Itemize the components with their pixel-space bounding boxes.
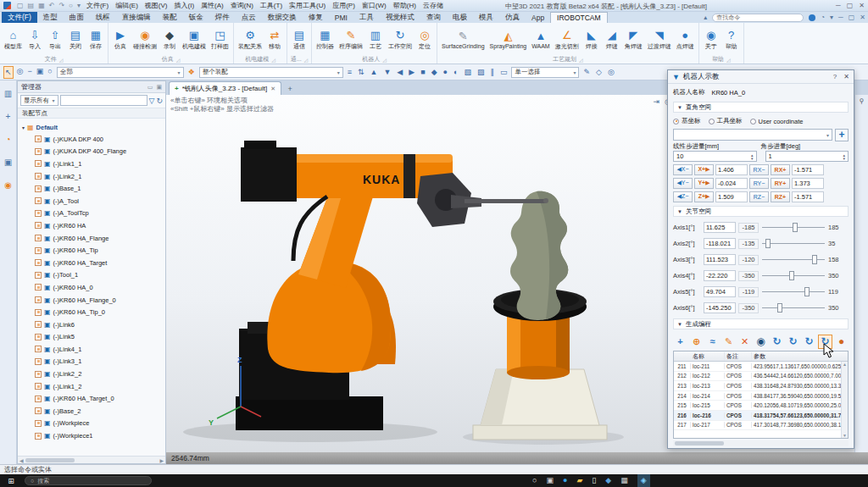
frame-select-icon[interactable]: ▣ <box>36 66 45 79</box>
btn-program-edit[interactable]: ✎程序编辑 <box>337 28 364 52</box>
quick-access-icon[interactable]: ↶ <box>49 2 55 9</box>
visibility-checkbox-icon[interactable] <box>35 296 42 303</box>
taskbar-search-icon[interactable]: ○ <box>532 474 537 487</box>
btn-simulate[interactable]: ▶仿真 <box>111 28 130 52</box>
restore-icon[interactable]: ▢ <box>847 2 854 9</box>
btn-waam[interactable]: ▲WAAM <box>530 29 552 50</box>
delete-point-icon[interactable]: ✕ <box>737 335 752 349</box>
btn-surface-grinding[interactable]: ✎SurfaceGrinding <box>440 29 487 50</box>
tab-sheet-metal[interactable]: 钣金 <box>183 12 209 23</box>
tree-root-default[interactable]: ▾ ▦ Default <box>22 121 165 133</box>
tree-item-link5[interactable]: ▣ (-)Link5 <box>22 331 165 344</box>
tree-item-kuka-dkp-400[interactable]: ▣ (-)KUKA DKP 400 <box>22 133 165 146</box>
view-manager-icon[interactable]: ▣ <box>4 158 12 167</box>
radio-base-coord[interactable]: 基坐标 <box>673 117 701 125</box>
minimize-icon[interactable]: ─ <box>838 14 843 21</box>
close-icon[interactable]: ✕ <box>860 14 865 21</box>
pick-mode-dropdown[interactable]: 单一选择▾ <box>511 67 579 78</box>
quick-access-icon[interactable]: ↷ <box>58 2 64 9</box>
quickbar-icon[interactable]: ▧ <box>463 67 472 78</box>
visibility-checkbox-icon[interactable] <box>35 148 42 155</box>
quickbar-icon[interactable]: ⇅ <box>357 67 365 78</box>
menu-app[interactable]: 应用(P) <box>332 1 355 10</box>
menu-attributes[interactable]: 属性(A) <box>201 1 224 10</box>
visibility-checkbox-icon[interactable] <box>35 210 42 217</box>
panel-dock-icon[interactable]: ▣ <box>156 84 162 91</box>
zw3d-app-icon[interactable]: ◈ <box>637 474 650 487</box>
section-joint[interactable]: ▼ 关节空间 <box>673 206 849 217</box>
visibility-checkbox-icon[interactable] <box>35 185 42 192</box>
btn-mechatronics[interactable]: ▣机电建模 <box>181 28 208 52</box>
visibility-checkbox-icon[interactable] <box>35 160 42 167</box>
slider-knob[interactable] <box>793 223 798 232</box>
jog-minus-button[interactable]: ◀X− <box>673 164 693 175</box>
btn-locate[interactable]: ◎定位 <box>415 28 434 52</box>
visibility-checkbox-icon[interactable] <box>35 247 42 254</box>
tab-assembly[interactable]: 装配 <box>157 12 183 23</box>
btn-laser-cut[interactable]: ∠激光切割 <box>554 28 581 52</box>
joint-value-input[interactable]: 111.523 <box>704 254 736 265</box>
avatar[interactable] <box>809 14 815 21</box>
tree-item-kr60-ha-target[interactable]: ▣ (-)KR60 HA_Target <box>22 257 165 269</box>
rot-value-input[interactable]: -1.571 <box>792 164 824 175</box>
tree-item-base-1[interactable]: ▣ (-)Base_1 <box>22 182 165 195</box>
btn-welding[interactable]: ◣焊接 <box>582 28 601 52</box>
joint-value-input[interactable]: -118.021 <box>704 238 736 249</box>
quick-access-icon[interactable]: ▦ <box>38 2 45 9</box>
tree-item-kuka-dkp-400-flange[interactable]: ▣ (-)KUKA DKP 400_Flange <box>22 146 165 158</box>
quick-add-icon[interactable]: + <box>6 112 11 121</box>
btn-weld-seam[interactable]: ◢焊缝 <box>603 28 621 52</box>
quickbar-icon[interactable]: ■ <box>420 67 426 78</box>
tree-item-link1-2[interactable]: ▣ (-)Link1_2 <box>22 380 165 393</box>
col-params[interactable]: 参数 <box>752 352 848 361</box>
quickbar-icon[interactable]: ◐ <box>453 67 459 78</box>
path-icon[interactable]: ≈ <box>705 335 720 349</box>
tree-item-workpiece1[interactable]: ▣ (-)Workpiece1 <box>22 429 165 442</box>
btn-layout-map[interactable]: ◳打样图 <box>209 28 231 52</box>
visibility-checkbox-icon[interactable] <box>35 222 42 229</box>
tree-item-link6[interactable]: ▣ (-)Link6 <box>22 318 165 331</box>
section-teach[interactable]: ▼ 生成编程 <box>673 318 849 329</box>
scope-dropdown[interactable]: 整个装配▾ <box>199 67 343 78</box>
panel-h-scrollbar[interactable] <box>673 440 849 446</box>
tab-irobotcam[interactable]: IROBOTCAM <box>550 12 607 23</box>
dialog-launcher-icon[interactable]: ◿ <box>726 57 731 63</box>
manager-toggle-icon[interactable]: ▥ <box>4 89 12 98</box>
slider-knob[interactable] <box>804 287 810 296</box>
loop-forward-icon[interactable]: ↻ <box>770 335 784 349</box>
tab-inquire[interactable]: 查询 <box>420 12 447 23</box>
path-edit-icon[interactable]: ✎ <box>721 335 736 349</box>
tree-item-workpiece[interactable]: ▣ (-)Workpiece <box>22 418 165 430</box>
table-row[interactable]: 214 loc-214 CPOS 438.84177,36.59040,650.… <box>674 391 848 401</box>
btn-process[interactable]: ▥工艺 <box>366 28 385 52</box>
quickbar-icon[interactable]: ▲ <box>370 67 379 78</box>
minimize-icon[interactable]: ─ <box>836 2 841 9</box>
col-name[interactable]: 名称 <box>691 352 725 361</box>
filter-funnel-icon[interactable]: ▽ <box>149 97 155 105</box>
tab-electrode[interactable]: 电极 <box>447 12 473 23</box>
history-icon[interactable]: ◔ <box>5 135 10 144</box>
joint-value-input[interactable]: -145.250 <box>704 302 736 313</box>
btn-import[interactable]: ⇩导入 <box>25 28 44 52</box>
command-search-input[interactable] <box>712 14 804 22</box>
tab-weldment[interactable]: 焊件 <box>209 12 236 23</box>
tree-item-base-2[interactable]: ▣ (-)Base_2 <box>22 405 165 418</box>
tree-item-a-tool[interactable]: ▣ (-)A_Tool <box>22 195 165 208</box>
quickbar-icon[interactable]: ◎ <box>607 67 615 78</box>
slider-knob[interactable] <box>789 271 794 280</box>
document-tab[interactable]: + *铣削人头像_3.Z3 - [Default] ✕ <box>169 81 281 95</box>
tree-item-link1-1[interactable]: ▣ (-)Link1_1 <box>22 158 165 170</box>
tree-item-link3-1[interactable]: ▣ (-)Link3_1 <box>22 356 165 368</box>
remove-filter-icon[interactable]: − <box>26 66 32 79</box>
quick-access-icon[interactable]: ▢ <box>17 2 24 9</box>
table-row[interactable]: 211 loc-211 CPOS 423.95617,1.13617,650.0… <box>674 362 848 372</box>
tree-item-kr60-ha-flange[interactable]: ▣ (-)KR60 HA_Flange <box>22 232 165 245</box>
jog-value-input[interactable]: 1.509 <box>715 191 748 202</box>
joint-slider[interactable] <box>761 302 826 313</box>
quickbar-icon[interactable]: ▼ <box>382 67 392 78</box>
linear-step-spinner[interactable]: 10▴▾ <box>673 151 757 162</box>
tab-pmi[interactable]: PMI <box>329 12 353 23</box>
tree-item-kr60-ha-flange-0[interactable]: ▣ (-)KR60 HA_Flange_0 <box>22 294 165 307</box>
document-icon[interactable]: ▯ <box>592 474 596 487</box>
manager-h-scrollbar[interactable]: ◀▶ <box>18 456 165 463</box>
